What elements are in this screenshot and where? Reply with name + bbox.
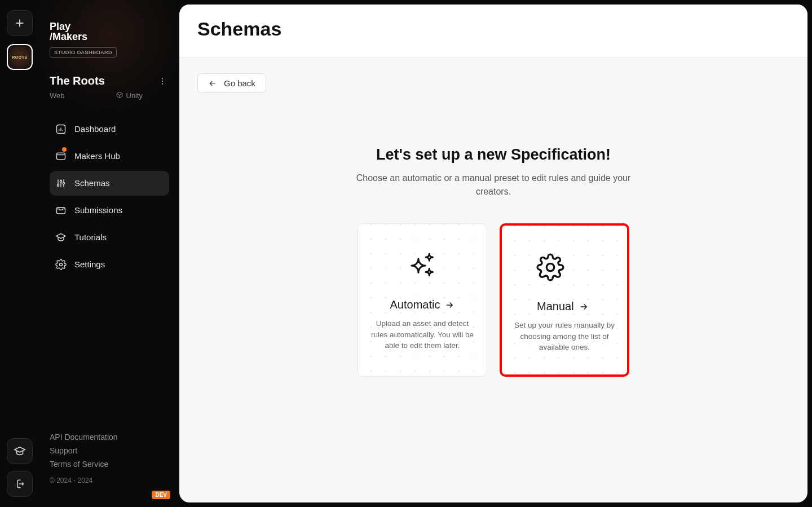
nav-item-makers-hub[interactable]: Makers Hub bbox=[50, 144, 169, 169]
svg-point-2 bbox=[162, 83, 163, 84]
add-project-button[interactable] bbox=[7, 10, 33, 36]
dev-badge: DEV bbox=[152, 491, 170, 499]
logout-button[interactable] bbox=[7, 471, 33, 497]
nav-label: Tutorials bbox=[74, 232, 107, 242]
graduation-cap-icon bbox=[14, 445, 26, 457]
more-vertical-icon bbox=[158, 77, 167, 86]
arrow-right-icon bbox=[579, 302, 589, 312]
svg-rect-8 bbox=[57, 208, 65, 214]
logout-icon bbox=[14, 478, 25, 490]
card-automatic-title: Automatic bbox=[390, 298, 440, 311]
sidebar-nav: Dashboard Makers Hub Schemas Submissions… bbox=[50, 117, 169, 277]
svg-point-10 bbox=[546, 263, 554, 271]
bar-chart-icon bbox=[55, 124, 67, 135]
arrow-left-icon bbox=[208, 79, 217, 88]
nav-label: Settings bbox=[74, 259, 105, 269]
svg-point-6 bbox=[60, 180, 61, 182]
nav-item-tutorials[interactable]: Tutorials bbox=[50, 225, 169, 250]
go-back-button[interactable]: Go back bbox=[197, 73, 266, 93]
card-manual-desc: Set up your rules manually by choosing a… bbox=[514, 320, 615, 353]
gear-icon bbox=[536, 253, 564, 281]
inbox-icon bbox=[55, 205, 67, 216]
main-header: Schemas bbox=[179, 5, 807, 58]
card-automatic[interactable]: Automatic Upload an asset and detect rul… bbox=[358, 223, 487, 377]
browser-icon bbox=[55, 151, 67, 162]
project-menu-button[interactable] bbox=[156, 74, 169, 88]
gear-icon bbox=[55, 259, 67, 270]
card-manual-title: Manual bbox=[537, 300, 574, 313]
sidebar: Play /Makers STUDIO DASHBOARD The Roots … bbox=[39, 0, 179, 507]
svg-point-1 bbox=[162, 81, 163, 82]
footer-link-tos[interactable]: Terms of Service bbox=[50, 457, 169, 471]
copyright: © 2024 - 2024 bbox=[50, 477, 169, 484]
help-button[interactable] bbox=[7, 438, 33, 464]
nav-label: Dashboard bbox=[74, 124, 116, 134]
svg-point-0 bbox=[162, 78, 163, 79]
footer-link-api[interactable]: API Documentation bbox=[50, 430, 169, 444]
svg-point-5 bbox=[57, 184, 59, 186]
setup-subheading: Choose an automatic or a manual preset t… bbox=[347, 171, 640, 199]
notification-dot-icon bbox=[62, 147, 67, 152]
nav-item-settings[interactable]: Settings bbox=[50, 252, 169, 277]
nav-item-schemas[interactable]: Schemas bbox=[50, 171, 169, 196]
project-tile-label: ROOTS bbox=[12, 55, 27, 59]
svg-point-9 bbox=[60, 263, 63, 266]
brand-line-1: Play bbox=[50, 21, 169, 32]
main-panel: Schemas Go back Let's set up a new Speci… bbox=[179, 5, 807, 502]
card-manual[interactable]: Manual Set up your rules manually by cho… bbox=[500, 223, 629, 377]
nav-label: Submissions bbox=[74, 205, 122, 215]
project-tile-the-roots[interactable]: ROOTS bbox=[7, 44, 33, 70]
plus-icon bbox=[14, 17, 26, 29]
cube-icon bbox=[116, 91, 123, 99]
nav-item-dashboard[interactable]: Dashboard bbox=[50, 117, 169, 142]
project-engine: Unity bbox=[116, 91, 143, 100]
go-back-label: Go back bbox=[224, 78, 255, 88]
dashboard-badge: STUDIO DASHBOARD bbox=[50, 47, 117, 58]
graduation-cap-icon bbox=[55, 232, 67, 243]
arrow-right-icon bbox=[444, 300, 454, 310]
project-platform: Web bbox=[50, 91, 65, 100]
nav-item-submissions[interactable]: Submissions bbox=[50, 198, 169, 223]
svg-rect-4 bbox=[57, 153, 65, 160]
app-rail: ROOTS bbox=[0, 0, 39, 507]
page-title: Schemas bbox=[197, 18, 789, 40]
card-automatic-desc: Upload an asset and detect rules automat… bbox=[370, 318, 474, 351]
brand-block: Play /Makers STUDIO DASHBOARD bbox=[50, 21, 169, 58]
nav-label: Schemas bbox=[74, 178, 110, 188]
footer-link-support[interactable]: Support bbox=[50, 444, 169, 457]
sliders-icon bbox=[55, 178, 67, 189]
setup-heading: Let's set up a new Specification! bbox=[197, 146, 789, 164]
sparkles-icon bbox=[407, 250, 438, 281]
nav-label: Makers Hub bbox=[74, 151, 120, 161]
svg-point-7 bbox=[63, 182, 64, 184]
project-name: The Roots bbox=[50, 74, 105, 87]
brand-line-2: /Makers bbox=[50, 32, 169, 43]
